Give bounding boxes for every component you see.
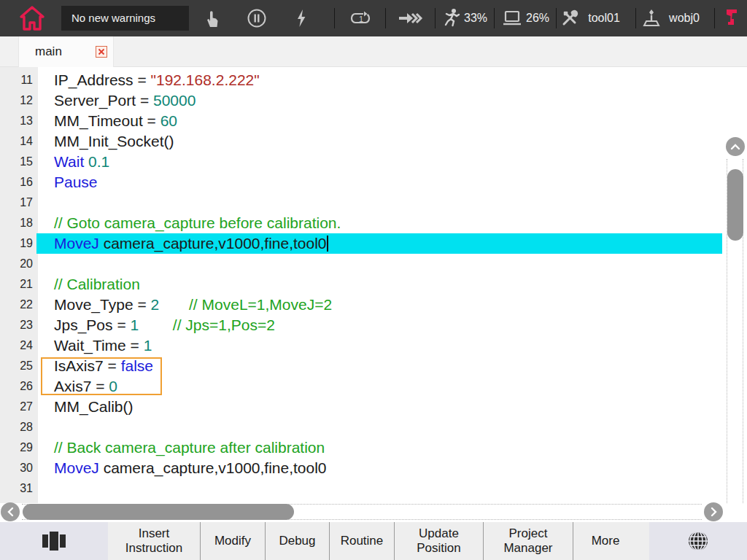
line-number: 26 bbox=[0, 376, 33, 397]
code-line-18[interactable]: 18// Goto camera_capture before calibrat… bbox=[0, 213, 747, 233]
chevron-right-icon bbox=[711, 507, 717, 517]
vertical-scrollbar[interactable] bbox=[724, 134, 747, 560]
tool-selector[interactable] bbox=[560, 8, 580, 28]
panel-toggle-button[interactable] bbox=[0, 522, 108, 560]
code-line-24[interactable]: 24Wait_Time = 1 bbox=[0, 335, 747, 356]
code-editor[interactable]: 11IP_Address = "192.168.2.222"12Server_P… bbox=[0, 67, 747, 503]
insert-instruction-button[interactable]: Insert Instruction bbox=[108, 522, 200, 560]
code-text: Move_Type = 2 // MoveL=1,MoveJ=2 bbox=[54, 295, 332, 315]
topbar-divider bbox=[385, 8, 386, 28]
code-line-28[interactable]: 28 bbox=[0, 417, 747, 438]
code-text: MoveJ camera_capture,v1000,fine,tool0 bbox=[54, 233, 328, 254]
speed-indicator[interactable] bbox=[443, 7, 462, 29]
text-cursor bbox=[327, 236, 328, 252]
monitor-percent-label: 26% bbox=[526, 12, 549, 25]
code-line-12[interactable]: 12Server_Port = 50000 bbox=[0, 90, 747, 111]
more-button[interactable]: More bbox=[573, 522, 638, 560]
tools-icon bbox=[560, 8, 580, 28]
home-button[interactable] bbox=[16, 3, 48, 34]
line-number: 19 bbox=[0, 233, 33, 254]
code-line-16[interactable]: 16Pause bbox=[0, 172, 747, 192]
tab-main[interactable]: main bbox=[18, 36, 114, 67]
code-line-20[interactable]: 20 bbox=[0, 254, 747, 274]
update-position-button[interactable]: Update Position bbox=[394, 522, 483, 560]
scroll-right-button[interactable] bbox=[704, 502, 723, 521]
code-line-29[interactable]: 29// Back camera_capture after calibrati… bbox=[0, 438, 747, 458]
scroll-up-button[interactable] bbox=[726, 137, 745, 156]
chevron-up-icon bbox=[730, 144, 740, 150]
line-number: 18 bbox=[0, 213, 33, 233]
routine-button[interactable]: Routine bbox=[329, 522, 394, 560]
hand-guide-button[interactable] bbox=[202, 8, 221, 28]
code-line-30[interactable]: 30MoveJ camera_capture,v1000,fine,tool0 bbox=[0, 458, 747, 478]
code-line-23[interactable]: 23Jps_Pos = 1 // Jps=1,Pos=2 bbox=[0, 315, 747, 335]
code-line-11[interactable]: 11IP_Address = "192.168.2.222" bbox=[0, 70, 747, 90]
wobj-name-label: wobj0 bbox=[669, 12, 700, 25]
tab-close-button[interactable] bbox=[96, 46, 107, 58]
step-forward-button[interactable] bbox=[398, 9, 424, 27]
line-number: 28 bbox=[0, 417, 33, 438]
horizontal-scrollbar-thumb[interactable] bbox=[23, 504, 294, 520]
line-number: 31 bbox=[0, 478, 33, 499]
code-text: // Back camera_capture after calibration bbox=[54, 438, 325, 458]
code-text: // Calibration bbox=[54, 274, 140, 295]
code-text: Server_Port = 50000 bbox=[54, 90, 196, 111]
bottom-toolbar: Insert InstructionModifyDebugRoutineUpda… bbox=[0, 522, 747, 560]
line-number: 11 bbox=[0, 70, 33, 90]
code-text: MM_Timeout = 60 bbox=[54, 111, 177, 131]
project-manager-button[interactable]: Project Manager bbox=[483, 522, 573, 560]
code-line-19[interactable]: 19MoveJ camera_capture,v1000,fine,tool0 bbox=[0, 233, 747, 254]
code-text: // Goto camera_capture before calibratio… bbox=[54, 213, 341, 233]
topbar-divider bbox=[435, 8, 436, 28]
editor-tab-strip: main bbox=[0, 36, 747, 67]
line-number: 25 bbox=[0, 356, 33, 376]
code-text: Jps_Pos = 1 // Jps=1,Pos=2 bbox=[54, 315, 275, 335]
line-number: 16 bbox=[0, 172, 33, 192]
code-line-31[interactable]: 31 bbox=[0, 478, 747, 499]
axis7-highlight-box bbox=[41, 357, 162, 395]
warning-status-box[interactable]: No new warnings bbox=[61, 6, 189, 31]
code-line-21[interactable]: 21// Calibration bbox=[0, 274, 747, 295]
language-button[interactable] bbox=[649, 522, 747, 560]
hand-icon bbox=[202, 8, 221, 28]
run-mode-button[interactable]: 1 bbox=[349, 9, 371, 28]
line-number: 13 bbox=[0, 111, 33, 131]
line-number: 15 bbox=[0, 152, 33, 172]
code-line-22[interactable]: 22Move_Type = 2 // MoveL=1,MoveJ=2 bbox=[0, 295, 747, 315]
code-text: Pause bbox=[54, 172, 98, 192]
code-text: Wait_Time = 1 bbox=[54, 335, 152, 356]
line-number: 24 bbox=[0, 335, 33, 356]
debug-button[interactable]: Debug bbox=[265, 522, 329, 560]
tab-main-label: main bbox=[35, 36, 62, 67]
code-text: IP_Address = "192.168.2.222" bbox=[54, 70, 260, 90]
modify-button[interactable]: Modify bbox=[200, 522, 265, 560]
topbar-divider bbox=[635, 8, 636, 28]
code-text: MM_Calib() bbox=[54, 397, 133, 417]
power-button[interactable] bbox=[295, 8, 308, 28]
wobj-selector[interactable] bbox=[641, 8, 662, 28]
home-icon bbox=[16, 3, 48, 34]
line-number: 29 bbox=[0, 438, 33, 458]
code-line-17[interactable]: 17 bbox=[0, 192, 747, 213]
fast-forward-icon bbox=[398, 9, 424, 27]
line-number: 17 bbox=[0, 192, 33, 213]
code-text: Wait 0.1 bbox=[54, 152, 109, 172]
running-person-icon bbox=[443, 7, 462, 29]
code-line-13[interactable]: 13MM_Timeout = 60 bbox=[0, 111, 747, 131]
globe-icon bbox=[686, 529, 711, 553]
scroll-left-button[interactable] bbox=[1, 502, 20, 521]
code-line-15[interactable]: 15Wait 0.1 bbox=[0, 152, 747, 172]
pause-button[interactable] bbox=[247, 8, 267, 28]
line-number: 27 bbox=[0, 397, 33, 417]
code-line-27[interactable]: 27MM_Calib() bbox=[0, 397, 747, 417]
line-number: 23 bbox=[0, 315, 33, 335]
line-number: 21 bbox=[0, 274, 33, 295]
monitor-indicator[interactable] bbox=[501, 9, 523, 27]
robot-arm-icon bbox=[723, 7, 740, 29]
vertical-scrollbar-thumb[interactable] bbox=[727, 169, 743, 241]
code-line-14[interactable]: 14MM_Init_Socket() bbox=[0, 131, 747, 152]
horizontal-scrollbar[interactable] bbox=[0, 503, 747, 522]
speed-percent-label: 33% bbox=[464, 12, 487, 25]
topbar-divider bbox=[334, 8, 335, 28]
line-number: 20 bbox=[0, 254, 33, 274]
